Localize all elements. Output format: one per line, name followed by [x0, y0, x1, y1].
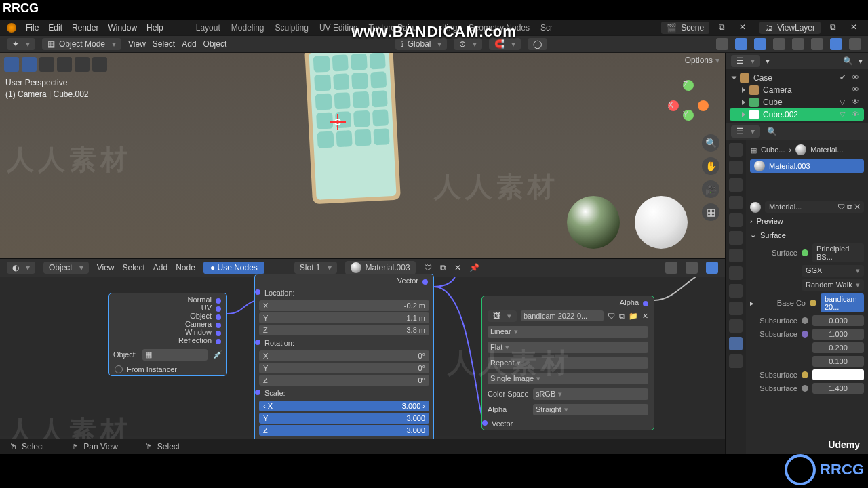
tab-output-icon[interactable]: [729, 161, 743, 174]
tab-physics-icon[interactable]: [729, 284, 743, 298]
copy-img-icon[interactable]: ⧉: [619, 312, 625, 321]
shield-icon[interactable]: 🛡: [424, 263, 432, 272]
pan-icon[interactable]: ✋: [702, 157, 719, 175]
tab-sculpting[interactable]: Sculpting: [275, 23, 309, 33]
pin-icon[interactable]: 📌: [469, 263, 479, 272]
mapping-location-socket[interactable]: Location:: [255, 287, 433, 299]
tool-cursor-icon[interactable]: [39, 57, 54, 72]
menu-file[interactable]: File: [26, 23, 39, 33]
shield2-icon[interactable]: 🛡: [608, 312, 615, 320]
xray-icon[interactable]: [773, 38, 785, 50]
gizmo-toggle-icon[interactable]: [735, 38, 747, 50]
copy-viewlayer-icon[interactable]: ⧉: [830, 22, 841, 33]
tab-scene-icon[interactable]: [729, 196, 743, 209]
ne-menu-view[interactable]: View: [97, 263, 115, 272]
preview-panel[interactable]: ›Preview: [750, 214, 864, 228]
shader-type[interactable]: Object: [43, 262, 89, 274]
menu-edit[interactable]: Edit: [48, 23, 62, 33]
tab-layout[interactable]: Layout: [196, 23, 220, 33]
output-camera[interactable]: Camera: [115, 320, 221, 328]
output-reflection[interactable]: Reflection: [115, 336, 221, 344]
overlay-toggle-icon[interactable]: [754, 38, 766, 50]
rot-y[interactable]: Y0°: [259, 363, 429, 373]
close-scene-icon[interactable]: ✕: [739, 22, 750, 33]
tab-world-icon[interactable]: [729, 214, 743, 227]
ne-menu-node[interactable]: Node: [176, 263, 195, 272]
tab-modeling[interactable]: Modeling: [231, 23, 264, 33]
sss-method-select[interactable]: Random Walk: [802, 279, 864, 291]
mapping-scale-socket[interactable]: Scale:: [255, 387, 433, 399]
eyedropper-icon[interactable]: 💉: [213, 350, 222, 359]
tool-rotate-icon[interactable]: [75, 57, 90, 72]
image-browse[interactable]: 🖼: [488, 310, 517, 322]
ne-menu-select[interactable]: Select: [122, 263, 144, 272]
close-viewlayer-icon[interactable]: ✕: [850, 22, 861, 33]
3d-viewport[interactable]: Options User Perspective (1) Camera | Cu…: [0, 53, 725, 258]
output-normal[interactable]: Normal: [115, 296, 221, 304]
unlink-img-icon[interactable]: ✕: [642, 312, 648, 321]
outliner[interactable]: ☰ ▾ 🔍 ▾ Case ✔👁 Camera 👁: [726, 53, 868, 140]
use-nodes-toggle[interactable]: ● Use Nodes: [203, 262, 264, 274]
loc-z[interactable]: Z3.8 m: [259, 325, 429, 336]
object-picker[interactable]: ▦: [142, 349, 208, 361]
node-texture-coordinate[interactable]: Normal UV Object Camera Window Reflectio…: [108, 293, 227, 376]
output-uv[interactable]: UV: [115, 304, 221, 312]
mapping-rotation-socket[interactable]: Rotation:: [255, 337, 433, 349]
sss-r1[interactable]: 0.200: [812, 342, 864, 353]
loc-x[interactable]: X-0.2 m: [259, 300, 429, 311]
unlink-mat-icon[interactable]: ✕: [454, 263, 461, 272]
search2-icon[interactable]: 🔍: [767, 127, 777, 136]
interp-select[interactable]: Linear: [488, 326, 648, 338]
extension-select[interactable]: Repeat: [488, 357, 648, 369]
alpha-mode-select[interactable]: Straight: [533, 404, 648, 415]
filter-icon[interactable]: ▾: [859, 56, 863, 66]
tab-object-icon[interactable]: [729, 231, 743, 245]
scale-z[interactable]: Z3.000: [259, 425, 429, 436]
vp-menu-add[interactable]: Add: [182, 39, 196, 49]
image-name[interactable]: bandicam 2022-0...: [521, 310, 604, 321]
vp-menu-object[interactable]: Object: [203, 39, 227, 49]
projection-select[interactable]: Flat: [488, 342, 648, 353]
scene-selector[interactable]: 🎬 Scene: [661, 22, 709, 34]
tool-select-icon[interactable]: [4, 57, 19, 72]
proportional-edit-icon[interactable]: ◯: [528, 38, 547, 50]
tool-move-icon[interactable]: [57, 57, 72, 72]
tab-viewlayer-icon[interactable]: [729, 178, 743, 192]
material-slot-active[interactable]: Material.003: [750, 159, 864, 173]
tab-mesh-icon[interactable]: [729, 319, 743, 333]
outliner-cube[interactable]: Cube ▽👁: [730, 96, 864, 108]
ne-menu-add[interactable]: Add: [153, 263, 167, 272]
open-img-icon[interactable]: 📁: [629, 312, 638, 321]
vp-menu-view[interactable]: View: [128, 39, 146, 49]
nav-gizmo[interactable]: Z X Y: [668, 80, 709, 121]
scale-x[interactable]: ‹ X3.000 ›: [259, 401, 429, 411]
material-name-row[interactable]: Material...🛡 ⧉ ✕: [750, 200, 864, 214]
camera-view-icon[interactable]: 🎥: [702, 180, 719, 198]
imgtex-alpha-out[interactable]: Alpha: [488, 298, 648, 306]
tab-scripting[interactable]: Scr: [540, 23, 553, 33]
colorspace-select[interactable]: sRGB: [533, 388, 648, 400]
outliner-collection[interactable]: Case ✔👁: [730, 72, 864, 84]
node-image-texture[interactable]: Alpha 🖼 bandicam 2022-0... 🛡 ⧉ 📁 ✕ Linea…: [481, 296, 654, 430]
search-icon[interactable]: 🔍: [843, 56, 853, 66]
shading-solid-icon[interactable]: [811, 38, 823, 50]
visibility-icon[interactable]: [716, 38, 728, 50]
shader-node-editor[interactable]: ◐ Object View Select Add Node ● Use Node…: [0, 258, 725, 454]
shading-matprev-icon[interactable]: [830, 38, 842, 50]
sss-value[interactable]: 0.000: [812, 315, 864, 326]
tab-material-icon[interactable]: [729, 337, 743, 350]
node-mapping[interactable]: Vector Location: X-0.2 m Y-1.1 m Z3.8 m …: [254, 274, 434, 450]
tool-select2-icon[interactable]: [22, 57, 37, 72]
tab-texture-icon[interactable]: [729, 354, 743, 368]
tab-modifier-icon[interactable]: [729, 249, 743, 262]
rot-z[interactable]: Z0°: [259, 375, 429, 386]
surface-panel[interactable]: ⌄Surface: [750, 228, 864, 242]
viewlayer-selector[interactable]: 🗂 ViewLayer: [760, 22, 821, 34]
ne-icon1[interactable]: [665, 262, 677, 274]
editor-type-3dview[interactable]: ✦: [7, 38, 35, 50]
sss-ior[interactable]: 1.400: [812, 383, 864, 394]
surface-shader[interactable]: Principled BS...: [812, 243, 864, 262]
menu-window[interactable]: Window: [108, 23, 137, 33]
copy-mat-icon[interactable]: ⧉: [440, 263, 446, 272]
sss-r0[interactable]: 1.000: [812, 329, 864, 340]
